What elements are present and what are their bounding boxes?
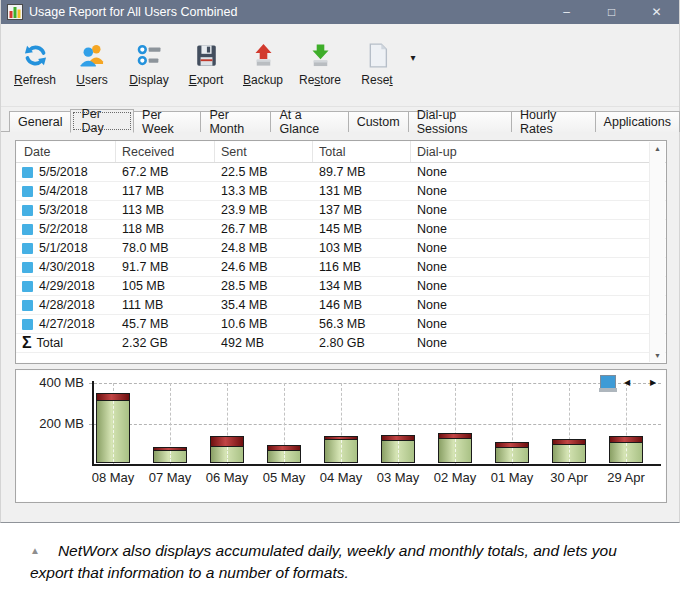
refresh-icon	[22, 42, 49, 69]
x-tick-label: 08 May	[85, 470, 141, 485]
date-cell: 5/5/2018	[16, 163, 116, 181]
chart-scroll-thumb[interactable]	[600, 375, 616, 389]
bar-received-segment	[268, 451, 300, 462]
date-cell: 4/30/2018	[16, 258, 116, 276]
chart-scroll-left-icon[interactable]: ◀	[624, 379, 630, 387]
table-row[interactable]: 5/4/2018117 MB13.3 MB131 MBNone	[16, 182, 666, 201]
gridline-y	[89, 383, 661, 384]
chart-thumb-base	[599, 388, 617, 392]
bar-29-apr	[609, 436, 643, 463]
total-cell: 116 MB	[313, 258, 411, 276]
tab-custom[interactable]: Custom	[348, 111, 409, 132]
column-header-total[interactable]: Total	[313, 141, 411, 162]
chart-scroll-right-icon[interactable]: ▶	[650, 379, 656, 387]
tab-hourly-rates[interactable]: Hourly Rates	[511, 111, 596, 132]
x-tick-label: 03 May	[370, 470, 426, 485]
bar-received-segment	[154, 451, 186, 462]
minimize-button[interactable]: –	[544, 0, 589, 24]
bar-received-segment	[211, 447, 243, 462]
display-button[interactable]: Display	[122, 28, 176, 102]
x-tick-label: 05 May	[256, 470, 312, 485]
bar-received-segment	[553, 445, 585, 462]
scroll-up-icon[interactable]: ▲	[654, 145, 661, 152]
users-button[interactable]: Users	[65, 28, 119, 102]
column-header-sent[interactable]: Sent	[215, 141, 313, 162]
refresh-button[interactable]: Refresh	[8, 28, 62, 102]
tab-per-day[interactable]: Per Day	[70, 109, 134, 133]
table-scrollbar[interactable]: ▲ ▼	[649, 142, 665, 362]
caption-text: NetWorx also displays accumulated daily,…	[30, 542, 617, 581]
dialup-cell: None	[411, 277, 666, 295]
bar-received-segment	[325, 440, 357, 462]
x-tick-label: 07 May	[142, 470, 198, 485]
export-button[interactable]: Export	[179, 28, 233, 102]
received-cell: 117 MB	[116, 182, 215, 200]
x-tick-label: 06 May	[199, 470, 255, 485]
total-cell: 137 MB	[313, 201, 411, 219]
total-cell: 145 MB	[313, 220, 411, 238]
bar-05-may	[267, 445, 301, 463]
table-row[interactable]: ΣTotal2.32 GB492 MB2.80 GBNone	[16, 334, 666, 353]
maximize-button[interactable]: □	[589, 0, 634, 24]
table-row[interactable]: 4/29/2018105 MB28.5 MB134 MBNone	[16, 277, 666, 296]
sent-cell: 26.7 MB	[215, 220, 313, 238]
table-row[interactable]: 4/27/201845.7 MB10.6 MB56.3 MBNone	[16, 315, 666, 334]
close-button[interactable]: ✕	[634, 0, 679, 24]
table-row[interactable]: 4/28/2018111 MB35.4 MB146 MBNone	[16, 296, 666, 315]
received-cell: 45.7 MB	[116, 315, 215, 333]
table-row[interactable]: 5/2/2018118 MB26.7 MB145 MBNone	[16, 220, 666, 239]
usage-report-window: Usage Report for All Users Combined – □ …	[0, 0, 680, 523]
dialup-cell: None	[411, 296, 666, 314]
bar-06-may	[210, 436, 244, 463]
caption-triangle-icon: ▲	[30, 545, 40, 556]
received-cell: 78.0 MB	[116, 239, 215, 257]
bar-08-may	[96, 393, 130, 463]
tabstrip: GeneralPer DayPer WeekPer MonthAt a Glan…	[9, 110, 679, 132]
column-header-dial-up[interactable]: Dial-up	[411, 141, 666, 162]
received-cell: 2.32 GB	[116, 334, 215, 352]
received-cell: 113 MB	[116, 201, 215, 219]
total-cell: 134 MB	[313, 277, 411, 295]
backup-button[interactable]: Backup	[236, 28, 290, 102]
bar-07-may	[153, 447, 187, 463]
tab-per-week[interactable]: Per Week	[133, 111, 201, 132]
tab-applications[interactable]: Applications	[595, 111, 680, 132]
bar-02-may	[438, 433, 472, 463]
column-header-date[interactable]: Date	[16, 141, 116, 162]
table-row[interactable]: 5/5/201867.2 MB22.5 MB89.7 MBNone	[16, 163, 666, 182]
bar-received-segment	[439, 439, 471, 462]
bar-received-segment	[610, 443, 642, 462]
y-tick-label: 400 MB	[16, 375, 84, 390]
table-row[interactable]: 5/1/201878.0 MB24.8 MB103 MBNone	[16, 239, 666, 258]
tab-at-a-glance[interactable]: At a Glance	[270, 111, 348, 132]
tab-per-month[interactable]: Per Month	[200, 111, 271, 132]
table-row[interactable]: 5/3/2018113 MB23.9 MB137 MBNone	[16, 201, 666, 220]
bar-sent-segment	[97, 394, 129, 401]
reset-button[interactable]: Reset	[350, 28, 404, 102]
usage-chart-panel: 400 MB200 MB08 May07 May06 May05 May04 M…	[15, 369, 667, 503]
blue-square-icon	[22, 300, 33, 311]
table-row[interactable]: 4/30/201891.7 MB24.6 MB116 MBNone	[16, 258, 666, 277]
sent-cell: 28.5 MB	[215, 277, 313, 295]
reset-dropdown-arrow[interactable]: ▾	[405, 52, 421, 63]
total-cell: 89.7 MB	[313, 163, 411, 181]
scroll-down-icon[interactable]: ▼	[654, 352, 661, 359]
column-header-received[interactable]: Received	[116, 141, 215, 162]
bar-received-segment	[97, 401, 129, 462]
restore-button[interactable]: Restore	[293, 28, 347, 102]
display-options-icon	[136, 42, 163, 69]
sent-cell: 492 MB	[215, 334, 313, 352]
sent-cell: 35.4 MB	[215, 296, 313, 314]
received-cell: 118 MB	[116, 220, 215, 238]
backup-up-arrow-icon	[250, 42, 277, 69]
refresh-label: Refresh	[14, 73, 56, 87]
tab-dial-up-sessions[interactable]: Dial-up Sessions	[408, 111, 512, 132]
gridline-y	[89, 424, 661, 425]
date-cell: 4/29/2018	[16, 277, 116, 295]
tab-general[interactable]: General	[9, 111, 71, 132]
dialup-cell: None	[411, 201, 666, 219]
bar-received-segment	[382, 441, 414, 462]
x-tick-label: 04 May	[313, 470, 369, 485]
x-tick-label: 30 Apr	[541, 470, 597, 485]
sent-cell: 24.8 MB	[215, 239, 313, 257]
